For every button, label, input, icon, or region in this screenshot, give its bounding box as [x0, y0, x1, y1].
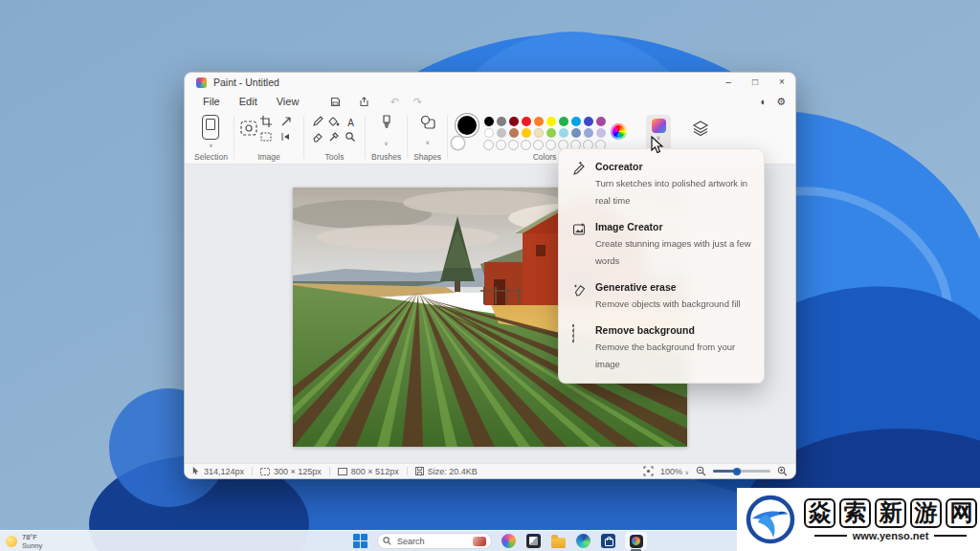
shapes-group-label: Shapes: [413, 152, 441, 162]
zoom-out-icon[interactable]: [696, 466, 706, 476]
fit-to-window-icon[interactable]: [643, 466, 654, 476]
edit-colors-icon[interactable]: [611, 123, 627, 140]
color-swatch[interactable]: [584, 117, 593, 126]
shapes-icon[interactable]: [419, 115, 436, 134]
empty-color-swatch[interactable]: [533, 140, 544, 150]
taskbar-app-dark-icon[interactable]: [525, 533, 542, 549]
color-swatch[interactable]: [559, 128, 568, 138]
menu-view[interactable]: View: [268, 95, 308, 108]
color-swatch[interactable]: [497, 128, 506, 138]
file-size-value: Size: 20.4KB: [428, 467, 478, 476]
search-highlight-icon[interactable]: [473, 537, 486, 546]
empty-color-swatch[interactable]: [508, 140, 519, 150]
zoom-slider-thumb[interactable]: [733, 468, 741, 475]
minimize-button[interactable]: –: [715, 73, 742, 92]
selection-tool-icon[interactable]: [202, 115, 219, 140]
menu-item-desc: Create stunning images with just a few w…: [595, 238, 751, 266]
color-swatch[interactable]: [571, 128, 581, 138]
share-icon[interactable]: [353, 97, 374, 107]
empty-color-swatch[interactable]: [521, 140, 531, 150]
weather-widget[interactable]: 78°F Sunny: [6, 533, 42, 550]
image-group: Image: [234, 111, 303, 164]
color-swatch[interactable]: [571, 117, 581, 126]
redo-icon[interactable]: ↷: [407, 96, 428, 108]
color-swatch[interactable]: [484, 128, 494, 138]
shapes-chevron-icon[interactable]: ∨: [425, 141, 429, 145]
empty-color-swatch[interactable]: [496, 140, 506, 150]
shapes-group[interactable]: ∨ Shapes: [408, 111, 447, 164]
maximize-button[interactable]: □: [742, 73, 768, 92]
file-size-icon: [415, 467, 424, 475]
taskbar-file-explorer-icon[interactable]: [550, 533, 567, 549]
save-icon[interactable]: [324, 97, 345, 107]
brush-icon[interactable]: [380, 115, 393, 136]
marquee-icon[interactable]: [260, 129, 272, 146]
taskbar-paint-icon-active[interactable]: [625, 532, 647, 550]
color-swatch[interactable]: [596, 128, 606, 138]
selection-chevron-icon[interactable]: ∨: [209, 143, 212, 148]
menu-file[interactable]: File: [194, 95, 229, 108]
taskbar-copilot-icon[interactable]: [501, 533, 517, 549]
empty-color-swatch[interactable]: [483, 140, 494, 150]
color-swatch[interactable]: [596, 117, 606, 126]
color-swatch[interactable]: [546, 117, 556, 126]
magnifier-tool-icon[interactable]: [345, 129, 356, 146]
rotate-flip-icon[interactable]: [280, 129, 292, 146]
search-box[interactable]: Search: [377, 533, 492, 549]
close-button[interactable]: ×: [768, 73, 795, 92]
layers-icon: [692, 120, 709, 137]
menu-item-title: Image Creator: [595, 221, 752, 233]
color-swatch[interactable]: [497, 117, 506, 126]
color-swatch[interactable]: [534, 117, 544, 126]
primary-color-swatch[interactable]: [457, 116, 477, 135]
color-swatch[interactable]: [534, 128, 544, 138]
brushes-chevron-icon[interactable]: ∨: [384, 142, 388, 146]
cursor-position-icon: [192, 467, 200, 476]
brushes-group[interactable]: ∨ Brushes: [366, 111, 407, 164]
watermark-logo: [745, 494, 796, 545]
tools-group-label: Tools: [325, 152, 345, 162]
menu-item-remove-background[interactable]: Remove background Remove the background …: [559, 318, 764, 378]
menu-edit[interactable]: Edit: [231, 95, 266, 108]
ai-select-icon[interactable]: [239, 119, 258, 142]
zoom-level-value: 100%: [660, 467, 682, 476]
settings-gear-icon[interactable]: ⚙: [776, 96, 786, 108]
title-bar[interactable]: Paint - Untitled – □ ×: [185, 73, 795, 92]
image-group-label: Image: [257, 152, 280, 162]
taskbar-store-icon[interactable]: [600, 533, 616, 549]
empty-color-swatch[interactable]: [546, 140, 556, 150]
weather-condition: Sunny: [22, 541, 42, 550]
zoom-level-dropdown[interactable]: 100% ∨: [660, 467, 689, 476]
color-picker-icon[interactable]: [328, 129, 340, 146]
color-swatch[interactable]: [584, 128, 593, 138]
start-button[interactable]: [352, 533, 368, 549]
selection-group[interactable]: ∨ Selection: [189, 111, 234, 164]
secondary-color-swatch[interactable]: [452, 137, 464, 149]
menu-item-title: Cocreator: [595, 161, 752, 173]
watermark-character: 焱: [804, 498, 835, 528]
watermark-character: 网: [946, 498, 977, 528]
zoom-in-icon[interactable]: [777, 466, 788, 476]
watermark-character: 索: [839, 498, 871, 528]
text-tool-icon[interactable]: A: [347, 118, 354, 128]
color-swatch[interactable]: [546, 128, 556, 138]
color-swatch[interactable]: [559, 117, 568, 126]
menu-item-image-creator[interactable]: Image Creator Create stunning images wit…: [559, 214, 764, 275]
brushes-group-label: Brushes: [371, 152, 401, 162]
zoom-slider[interactable]: [713, 470, 770, 473]
desktop: Paint - Untitled – □ × File Edit View ↶ …: [0, 0, 980, 551]
color-swatch[interactable]: [484, 117, 494, 126]
color-swatch[interactable]: [522, 117, 531, 126]
color-swatch[interactable]: [522, 128, 531, 138]
color-swatch[interactable]: [509, 128, 519, 138]
taskbar-edge-icon[interactable]: [575, 533, 591, 549]
eraser-icon[interactable]: [312, 129, 323, 146]
tools-group: A Tools: [304, 111, 365, 164]
menu-item-generative-erase[interactable]: Generative erase Remove objects with bac…: [559, 275, 764, 318]
menu-item-desc: Remove objects with background fill: [595, 298, 741, 309]
menu-item-cocreator[interactable]: Cocreator Turn sketches into polished ar…: [559, 154, 764, 214]
color-swatch[interactable]: [509, 117, 519, 126]
undo-icon[interactable]: ↶: [384, 96, 405, 108]
remove-background-icon: [572, 325, 587, 342]
theme-icon[interactable]: ◐: [760, 96, 767, 107]
